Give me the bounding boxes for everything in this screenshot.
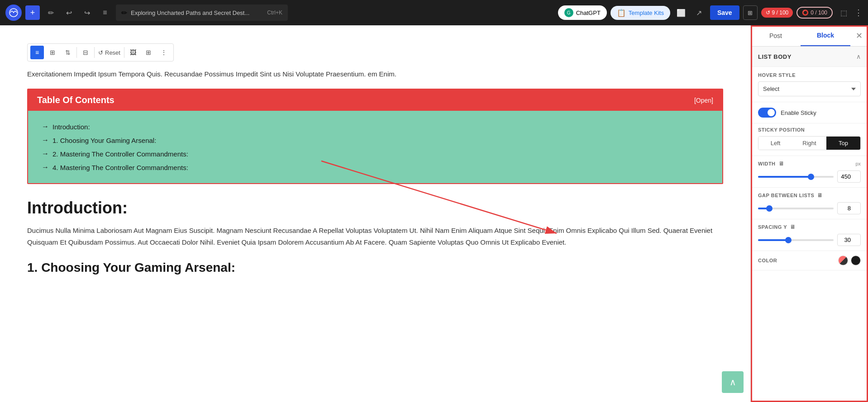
section2-heading: 1. Choosing Your Gaming Arsenal: [27, 260, 723, 275]
gap-slider-track [758, 208, 834, 209]
hover-style-select[interactable]: SelectNoneUnderlineBold [758, 81, 861, 96]
arrow-icon: → [42, 136, 49, 144]
section-chevron-icon[interactable]: ∧ [856, 53, 861, 60]
gap-input[interactable]: 8 [837, 202, 861, 214]
edit-icon-button[interactable]: ✏ [43, 5, 58, 20]
tab-block[interactable]: Block [801, 25, 850, 46]
arrows-button[interactable]: ⇅ [61, 46, 75, 59]
reset-button[interactable]: ↺ Reset [96, 49, 122, 56]
block-toolbar: ≡ ⊞ ⇅ ⊟ ↺ Reset 🖼 ⊞ ⋮ [27, 43, 174, 61]
reset-label: Reset [105, 49, 120, 56]
toc-open-label[interactable]: [Open] [694, 97, 713, 104]
list-body-section-header[interactable]: List Body ∧ [751, 47, 868, 67]
sticky-position-row: STICKY POSITION Left Right Top [751, 123, 868, 156]
chatgpt-button[interactable]: G ChatGPT [558, 5, 607, 20]
sticky-right-button[interactable]: Right [792, 137, 826, 150]
toc-item-text: 2. Mastering The Controller Commandments… [52, 150, 188, 158]
panel-body: List Body ∧ HOVER STYLE SelectNoneUnderl… [751, 47, 868, 402]
toc-item-text: 1. Choosing Your Gaming Arsenal: [52, 137, 156, 144]
spacing-y-slider-row: 30 [758, 234, 861, 246]
image-button[interactable]: 🖼 [126, 46, 140, 59]
list-view-button[interactable]: ≡ [98, 5, 112, 20]
save-button[interactable]: Save [710, 5, 739, 20]
chatgpt-label: ChatGPT [576, 9, 601, 16]
responsive-spacing-icon[interactable]: 🖥 [790, 224, 796, 230]
wp-logo-icon [5, 5, 22, 21]
template-kits-icon: 📋 [617, 9, 626, 17]
scroll-top-button[interactable]: ∧ [722, 371, 744, 393]
width-input[interactable]: 450 [837, 170, 861, 183]
gap-slider-row: 8 [758, 202, 861, 214]
list-item[interactable]: → 2. Mastering The Controller Commandmen… [42, 147, 709, 161]
sticky-position-buttons: Left Right Top [758, 136, 861, 150]
toc-body: → Introduction: → 1. Choosing Your Gamin… [28, 111, 722, 183]
width-unit: px [855, 161, 861, 166]
undo-button[interactable]: ↩ [62, 5, 76, 20]
tab-post[interactable]: Post [751, 25, 801, 46]
spacing-y-slider-thumb[interactable] [785, 237, 792, 243]
color-row: COLOR [751, 251, 868, 270]
section-header-title: List Body [758, 53, 792, 60]
toc-block[interactable]: Table Of Contents [Open] → Introduction:… [27, 89, 723, 184]
arrow-icon: → [42, 163, 49, 171]
add-button[interactable]: + [25, 5, 40, 20]
width-slider-row: 450 [758, 170, 861, 183]
intro-text: Exercitationem Impedit Ipsum Tempora Qui… [27, 69, 723, 80]
more-toolbar-button[interactable]: ⋮ [157, 46, 171, 59]
draft-count: 0 / 100 [811, 9, 827, 16]
width-label: WIDTH 🖥 [758, 161, 784, 167]
list-item[interactable]: → 1. Choosing Your Gaming Arsenal: [42, 133, 709, 147]
right-panel: Post Block ✕ List Body ∧ HOVER STYLE Sel… [750, 25, 868, 402]
width-slider-track [758, 176, 834, 178]
align-center-button[interactable]: ⊟ [79, 46, 92, 59]
redo-button[interactable]: ↪ [80, 5, 94, 20]
hover-style-field: HOVER STYLE SelectNoneUnderlineBold [751, 67, 868, 102]
reset-icon: ↺ [98, 49, 103, 56]
section1-body: Ducimus Nulla Minima Laboriosam Aut Magn… [27, 225, 723, 248]
gap-field: GAP BETWEEN LISTS 🖥 8 [751, 188, 868, 219]
enable-sticky-toggle[interactable] [758, 108, 776, 118]
revision-counter[interactable]: ↺ 9 / 100 [761, 8, 793, 18]
list-item[interactable]: → Introduction: [42, 120, 709, 133]
panel-close-button[interactable]: ✕ [850, 25, 868, 46]
width-slider-thumb[interactable] [808, 174, 814, 180]
sticky-top-button[interactable]: Top [826, 137, 860, 150]
width-slider-fill [758, 176, 811, 178]
more-options-icon[interactable]: ⋮ [854, 8, 863, 18]
spacing-y-input[interactable]: 30 [837, 234, 861, 246]
list-item[interactable]: → 4. Mastering The Controller Commandmen… [42, 161, 709, 174]
revision-count: 9 / 100 [772, 9, 789, 16]
draft-counter[interactable]: ⭕ 0 / 100 [796, 7, 833, 19]
draft-icon: ⭕ [802, 9, 809, 16]
enable-sticky-row: Enable Sticky [751, 102, 868, 123]
customize-button[interactable]: ⊞ [743, 5, 758, 20]
move-button[interactable]: ⊞ [46, 46, 59, 59]
breadcrumb-shortcut: Ctrl+K [267, 9, 282, 16]
gap-slider-thumb[interactable] [766, 205, 773, 212]
main-area: ≡ ⊞ ⇅ ⊟ ↺ Reset 🖼 ⊞ ⋮ Exercitationem Imp… [0, 25, 868, 402]
align-left-button[interactable]: ≡ [30, 46, 44, 59]
color-picker-dark[interactable] [851, 255, 861, 265]
responsive-gap-icon[interactable]: 🖥 [817, 192, 823, 199]
color-picker-reset[interactable] [838, 255, 848, 265]
edit-pencil-icon: ✏ [121, 9, 127, 17]
sticky-position-label: STICKY POSITION [758, 127, 861, 132]
responsive-width-icon[interactable]: 🖥 [778, 161, 784, 167]
color-label: COLOR [758, 258, 777, 263]
spacing-y-field: SPACING Y 🖥 30 [751, 219, 868, 251]
preview-icon-button[interactable]: ↗ [692, 5, 706, 20]
responsive-icon-button[interactable]: ⬜ [674, 5, 688, 20]
toolbar-separator2 [94, 47, 95, 58]
arrow-icon: → [42, 123, 49, 131]
chatgpt-icon: G [564, 8, 573, 17]
table-button[interactable]: ⊞ [142, 46, 155, 59]
sticky-left-button[interactable]: Left [758, 137, 792, 150]
panel-toggle-button[interactable]: ⬚ [836, 5, 851, 20]
editor-content: ≡ ⊞ ⇅ ⊟ ↺ Reset 🖼 ⊞ ⋮ Exercitationem Imp… [0, 25, 750, 402]
template-kits-button[interactable]: 📋 Template Kits [610, 6, 670, 20]
breadcrumb[interactable]: ✏ Exploring Uncharted Paths and Secret D… [116, 5, 288, 21]
color-dots [838, 255, 861, 265]
toc-item-text: 4. Mastering The Controller Commandments… [52, 164, 188, 171]
spacing-y-slider-fill [758, 239, 788, 241]
spacing-y-slider-track [758, 239, 834, 241]
